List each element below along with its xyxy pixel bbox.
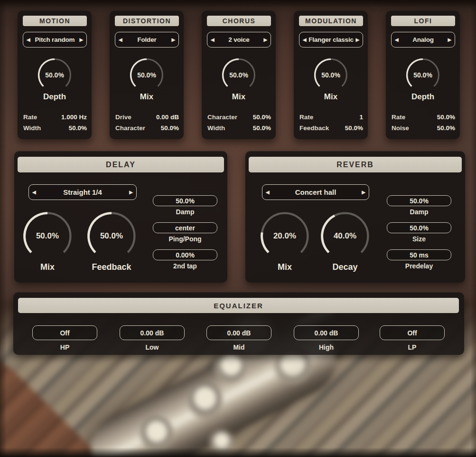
param-label: Width bbox=[207, 123, 225, 133]
param-value[interactable]: 50.0% bbox=[345, 123, 363, 133]
vbox-value: 50.0% bbox=[176, 197, 195, 205]
param-row: Rate 1 bbox=[299, 112, 363, 123]
motion-depth-knob[interactable]: 50.0% bbox=[37, 57, 73, 93]
reverb-preset-dropdown[interactable]: ◀ Concert hall ▶ bbox=[262, 184, 369, 200]
flute-key bbox=[210, 430, 233, 454]
param-label: Noise bbox=[392, 123, 409, 133]
lofi-preset-dropdown[interactable]: ◀ Analog ▶ bbox=[391, 32, 455, 48]
distortion-mix-knob[interactable]: 50.0% bbox=[129, 57, 165, 93]
next-arrow-icon[interactable]: ▶ bbox=[172, 32, 176, 47]
param-value[interactable]: 50.0% bbox=[161, 123, 179, 133]
param-value[interactable]: 50.0% bbox=[253, 123, 271, 133]
knob-label: Mix bbox=[294, 92, 368, 102]
param-row: Width 50.0% bbox=[207, 123, 271, 133]
delay-2ndtap-label: 2nd tap bbox=[153, 262, 217, 270]
delay-damp-box[interactable]: 50.0% bbox=[153, 195, 217, 206]
chorus-preset-dropdown[interactable]: ◀ 2 voice ▶ bbox=[207, 32, 271, 48]
modulation-panel: MODULATION ◀ Flanger classic ▶ 50.0% Mix… bbox=[294, 10, 368, 139]
knob-label: Depth bbox=[386, 92, 460, 102]
param-value[interactable]: 50.0% bbox=[69, 123, 87, 133]
reverb-damp-label: Damp bbox=[387, 208, 451, 216]
param-value[interactable]: 50.0% bbox=[253, 112, 271, 123]
param-row: Drive 0.00 dB bbox=[115, 112, 179, 123]
next-arrow-icon[interactable]: ▶ bbox=[448, 32, 452, 47]
distortion-params: Drive 0.00 dB Character 50.0% bbox=[115, 112, 179, 133]
vbox-value: center bbox=[175, 224, 195, 232]
knob-label: Depth bbox=[18, 92, 92, 102]
param-row: Character 50.0% bbox=[207, 112, 271, 123]
modulation-title-button[interactable]: MODULATION bbox=[299, 16, 363, 26]
modulation-params: Rate 1 Feedback 50.0% bbox=[299, 112, 363, 133]
knob-value: 50.0% bbox=[229, 71, 248, 79]
distortion-preset-value: Folder bbox=[122, 32, 172, 47]
delay-panel: DELAY ◀ Straight 1/4 ▶ 50.0% Mix 50.0% F… bbox=[14, 151, 227, 283]
delay-pingpong-label: Ping/Pong bbox=[153, 235, 217, 243]
knob-value: 50.0% bbox=[137, 71, 156, 79]
eq-value: 0.00 dB bbox=[140, 329, 164, 337]
modulation-preset-dropdown[interactable]: ◀ Flanger classic ▶ bbox=[299, 32, 363, 48]
eq-lp-box[interactable]: Off bbox=[380, 325, 445, 340]
chorus-preset-value: 2 voice bbox=[214, 32, 264, 47]
motion-title-button[interactable]: MOTION bbox=[23, 16, 87, 26]
param-value[interactable]: 50.0% bbox=[437, 123, 455, 133]
reverb-size-box[interactable]: 50.0% bbox=[387, 222, 451, 233]
knob-label: Mix bbox=[202, 92, 276, 102]
param-value[interactable]: 0.00 dB bbox=[156, 112, 179, 123]
distortion-preset-dropdown[interactable]: ◀ Folder ▶ bbox=[115, 32, 179, 48]
eq-low-box[interactable]: 0.00 dB bbox=[120, 325, 185, 340]
flute-key bbox=[140, 417, 173, 450]
equalizer-panel: EQUALIZER Off HP 0.00 dB Low 0.00 dB Mid… bbox=[13, 292, 464, 355]
next-arrow-icon[interactable]: ▶ bbox=[129, 185, 133, 200]
eq-band-hp: Off HP bbox=[32, 325, 97, 351]
delay-2ndtap-box[interactable]: 0.00% bbox=[153, 249, 217, 260]
vbox-value: 50.0% bbox=[410, 197, 429, 205]
param-label: Drive bbox=[115, 112, 131, 123]
param-row: Noise 50.0% bbox=[392, 123, 455, 133]
delay-feedback-knob[interactable]: 50.0% bbox=[85, 210, 138, 262]
lofi-preset-value: Analog bbox=[398, 32, 448, 47]
eq-hp-label: HP bbox=[32, 343, 97, 351]
eq-high-label: High bbox=[294, 343, 359, 351]
knob-value: 50.0% bbox=[413, 71, 432, 79]
param-label: Character bbox=[207, 112, 237, 123]
knob-label: Mix bbox=[259, 262, 311, 272]
eq-low-label: Low bbox=[120, 343, 185, 351]
knob-value: 50.0% bbox=[45, 71, 64, 79]
chorus-panel: CHORUS ◀ 2 voice ▶ 50.0% Mix Character 5… bbox=[202, 10, 276, 139]
param-label: Feedback bbox=[299, 123, 329, 133]
motion-preset-dropdown[interactable]: ◀ Pitch random ▶ bbox=[23, 32, 87, 48]
param-row: Rate 50.0% bbox=[392, 112, 455, 123]
eq-mid-box[interactable]: 0.00 dB bbox=[206, 325, 271, 340]
lofi-title-button[interactable]: LOFI bbox=[391, 16, 455, 26]
modulation-mix-knob[interactable]: 50.0% bbox=[313, 57, 349, 93]
motion-preset-value: Pitch random bbox=[30, 32, 80, 47]
eq-band-mid: 0.00 dB Mid bbox=[206, 325, 271, 351]
distortion-title-button[interactable]: DISTORTION bbox=[115, 16, 179, 26]
chorus-mix-knob[interactable]: 50.0% bbox=[221, 57, 257, 93]
lofi-depth-knob[interactable]: 50.0% bbox=[405, 57, 441, 93]
next-arrow-icon[interactable]: ▶ bbox=[362, 185, 365, 200]
next-arrow-icon[interactable]: ▶ bbox=[356, 32, 360, 47]
chorus-title-button[interactable]: CHORUS bbox=[207, 16, 271, 26]
vbox-value: 0.00% bbox=[176, 251, 195, 259]
next-arrow-icon[interactable]: ▶ bbox=[80, 32, 84, 47]
param-value[interactable]: 50.0% bbox=[437, 112, 455, 123]
delay-pingpong-box[interactable]: center bbox=[153, 222, 217, 233]
eq-band-low: 0.00 dB Low bbox=[120, 325, 185, 351]
delay-mix-knob[interactable]: 50.0% bbox=[21, 210, 74, 262]
reverb-mix-knob[interactable]: 20.0% bbox=[259, 210, 311, 262]
param-value[interactable]: 1 bbox=[359, 112, 363, 123]
reverb-predelay-box[interactable]: 50 ms bbox=[387, 249, 451, 260]
next-arrow-icon[interactable]: ▶ bbox=[264, 32, 268, 47]
vbox-value: 50 ms bbox=[410, 251, 429, 259]
eq-hp-box[interactable]: Off bbox=[32, 325, 97, 340]
eq-high-box[interactable]: 0.00 dB bbox=[294, 325, 359, 340]
eq-band-high: 0.00 dB High bbox=[294, 325, 359, 351]
eq-lp-label: LP bbox=[380, 343, 445, 351]
reverb-damp-box[interactable]: 50.0% bbox=[387, 195, 451, 206]
param-label: Rate bbox=[23, 112, 37, 123]
delay-preset-dropdown[interactable]: ◀ Straight 1/4 ▶ bbox=[28, 184, 137, 200]
equalizer-title-button[interactable]: EQUALIZER bbox=[18, 298, 459, 313]
reverb-decay-knob[interactable]: 40.0% bbox=[319, 210, 371, 262]
param-value[interactable]: 1.000 Hz bbox=[61, 112, 87, 123]
